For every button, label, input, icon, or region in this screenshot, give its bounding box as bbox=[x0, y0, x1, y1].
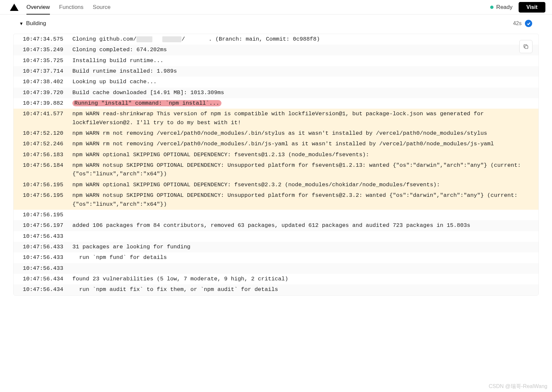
log-timestamp: 10:47:56.183 bbox=[23, 151, 72, 159]
log-message: found 23 vulnerabilities (5 low, 7 moder… bbox=[72, 275, 532, 283]
log-message: Looking up build cache... bbox=[72, 78, 532, 86]
log-lines: 10:47:34.575Cloning github.com/ / . (Bra… bbox=[14, 34, 538, 295]
svg-rect-0 bbox=[525, 46, 528, 49]
log-message: npm WARN rm not removing /vercel/path0/n… bbox=[72, 129, 532, 138]
log-timestamp: 10:47:35.725 bbox=[23, 56, 72, 65]
log-timestamp: 10:47:56.433 bbox=[23, 253, 72, 262]
log-timestamp: 10:47:37.714 bbox=[23, 67, 72, 76]
log-line: 10:47:39.720Build cache downloaded [14.9… bbox=[14, 88, 538, 98]
log-line: 10:47:56.433 bbox=[14, 231, 538, 242]
log-message: 31 packages are looking for funding bbox=[72, 243, 532, 251]
log-message bbox=[72, 232, 532, 241]
log-timestamp: 10:47:56.197 bbox=[23, 221, 72, 230]
caret-down-icon: ▼ bbox=[19, 21, 23, 26]
vercel-logo-icon bbox=[10, 4, 19, 11]
header-right: Ready Visit bbox=[490, 2, 545, 13]
building-section-header[interactable]: ▼ Building 42s bbox=[13, 18, 539, 29]
log-message: run `npm fund` for details bbox=[72, 253, 532, 262]
log-timestamp: 10:47:52.246 bbox=[23, 140, 72, 148]
copy-logs-button[interactable] bbox=[519, 40, 532, 53]
log-message: npm WARN rm not removing /vercel/path0/n… bbox=[72, 140, 532, 148]
log-timestamp: 10:47:56.195 bbox=[23, 191, 72, 209]
log-timestamp: 10:47:56.195 bbox=[23, 211, 72, 219]
log-timestamp: 10:47:39.720 bbox=[23, 89, 72, 97]
build-duration: 42s bbox=[513, 20, 522, 26]
log-line: 10:47:37.714Build runtime installed: 1.9… bbox=[14, 66, 538, 77]
log-timestamp: 10:47:56.195 bbox=[23, 181, 72, 189]
tabs: OverviewFunctionsSource bbox=[26, 0, 110, 14]
log-line: 10:47:56.195npm WARN notsup SKIPPING OPT… bbox=[14, 190, 538, 210]
log-timestamp: 10:47:56.434 bbox=[23, 285, 72, 294]
log-line: 10:47:34.575Cloning github.com/ / . (Bra… bbox=[14, 34, 538, 45]
log-timestamp: 10:47:52.120 bbox=[23, 129, 72, 138]
log-message: Cloning github.com/ / . (Branch: main, C… bbox=[72, 35, 532, 44]
redacted-segment bbox=[162, 36, 181, 42]
log-timestamp: 10:47:56.433 bbox=[23, 232, 72, 241]
log-timestamp: 10:47:35.249 bbox=[23, 46, 72, 54]
log-line: 10:47:56.433 bbox=[14, 263, 538, 274]
tab-functions[interactable]: Functions bbox=[59, 0, 84, 14]
header-left: OverviewFunctionsSource bbox=[10, 0, 110, 14]
log-line: 10:47:56.195npm WARN optional SKIPPING O… bbox=[14, 180, 538, 190]
log-line: 10:47:39.882Running "install" command: `… bbox=[14, 98, 538, 109]
status-label: Ready bbox=[496, 4, 512, 11]
log-message: npm WARN optional SKIPPING OPTIONAL DEPE… bbox=[72, 181, 532, 189]
log-message: Cloning completed: 674.202ms bbox=[72, 46, 532, 54]
log-line: 10:47:41.577npm WARN read-shrinkwrap Thi… bbox=[14, 109, 538, 128]
log-timestamp: 10:47:56.434 bbox=[23, 275, 72, 283]
highlighted-text: Running "install" command: `npm install`… bbox=[72, 100, 221, 106]
log-message bbox=[72, 211, 532, 219]
log-timestamp: 10:47:41.577 bbox=[23, 110, 72, 127]
log-line: 10:47:56.43331 packages are looking for … bbox=[14, 242, 538, 252]
log-timestamp: 10:47:56.184 bbox=[23, 161, 72, 179]
tab-overview[interactable]: Overview bbox=[26, 0, 50, 14]
log-line: 10:47:35.725Installing build runtime... bbox=[14, 55, 538, 66]
log-message: npm WARN optional SKIPPING OPTIONAL DEPE… bbox=[72, 151, 532, 159]
log-message: Installing build runtime... bbox=[72, 56, 532, 65]
log-timestamp: 10:47:39.882 bbox=[23, 99, 72, 108]
section-left: ▼ Building bbox=[19, 20, 46, 27]
log-line: 10:47:35.249Cloning completed: 674.202ms bbox=[14, 45, 538, 55]
log-timestamp: 10:47:34.575 bbox=[23, 35, 72, 44]
log-timestamp: 10:47:56.433 bbox=[23, 264, 72, 273]
log-line: 10:47:56.183npm WARN optional SKIPPING O… bbox=[14, 150, 538, 160]
log-message: Build cache downloaded [14.91 MB]: 1013.… bbox=[72, 89, 532, 97]
log-line: 10:47:38.402Looking up build cache... bbox=[14, 77, 538, 87]
log-timestamp: 10:47:38.402 bbox=[23, 78, 72, 86]
log-line: 10:47:56.434 run `npm audit fix` to fix … bbox=[14, 284, 538, 295]
log-message: added 106 packages from 84 contributors,… bbox=[72, 221, 532, 230]
log-container: 10:47:34.575Cloning github.com/ / . (Bra… bbox=[13, 34, 539, 296]
success-check-icon bbox=[525, 20, 532, 27]
log-message: Build runtime installed: 1.989s bbox=[72, 67, 532, 76]
log-line: 10:47:52.120npm WARN rm not removing /ve… bbox=[14, 128, 538, 139]
page-header: OverviewFunctionsSource Ready Visit bbox=[0, 0, 552, 15]
section-title: Building bbox=[26, 20, 46, 27]
content: ▼ Building 42s 10:47:34.575Cloning githu… bbox=[0, 15, 552, 305]
log-message: Running "install" command: `npm install`… bbox=[72, 99, 532, 108]
log-message: run `npm audit fix` to fix them, or `npm… bbox=[72, 285, 532, 294]
log-line: 10:47:56.184npm WARN notsup SKIPPING OPT… bbox=[14, 160, 538, 180]
log-line: 10:47:56.433 run `npm fund` for details bbox=[14, 252, 538, 263]
tab-source[interactable]: Source bbox=[93, 0, 111, 14]
log-message: npm WARN read-shrinkwrap This version of… bbox=[72, 110, 532, 127]
section-right: 42s bbox=[513, 20, 532, 27]
log-timestamp: 10:47:56.433 bbox=[23, 243, 72, 251]
status-dot-icon bbox=[490, 6, 493, 9]
log-message: npm WARN notsup SKIPPING OPTIONAL DEPEND… bbox=[72, 191, 532, 209]
log-line: 10:47:56.197added 106 packages from 84 c… bbox=[14, 220, 538, 231]
log-line: 10:47:52.246npm WARN rm not removing /ve… bbox=[14, 139, 538, 149]
log-message bbox=[72, 264, 532, 273]
visit-button[interactable]: Visit bbox=[519, 2, 546, 13]
log-message: npm WARN notsup SKIPPING OPTIONAL DEPEND… bbox=[72, 161, 532, 179]
deploy-status: Ready bbox=[490, 4, 512, 11]
log-line: 10:47:56.434found 23 vulnerabilities (5 … bbox=[14, 274, 538, 284]
log-line: 10:47:56.195 bbox=[14, 210, 538, 220]
redacted-segment bbox=[137, 36, 152, 42]
